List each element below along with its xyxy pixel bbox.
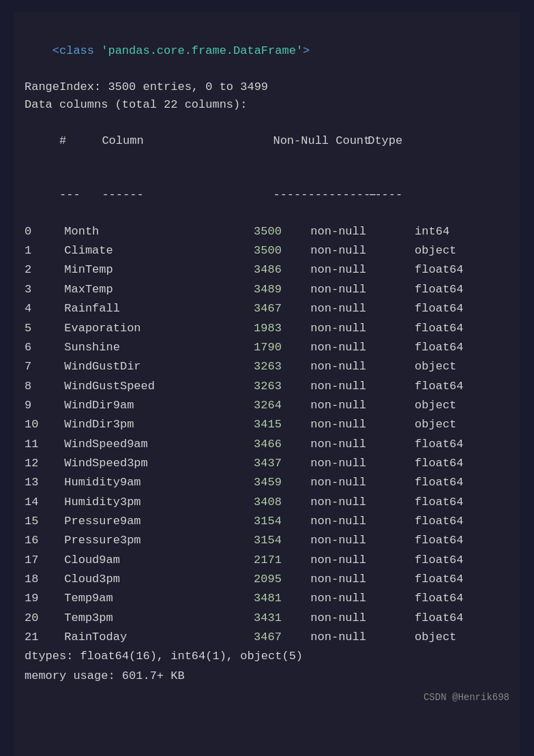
class-close: > [303, 44, 310, 57]
col-count: 3500 [254, 241, 310, 260]
class-line: <class 'pandas.core.frame.DataFrame'> [25, 25, 509, 78]
table-row: 8 WindGustSpeed 3263 non-null float64 [25, 377, 509, 396]
dtypes-line: dtypes: float64(16), int64(1), object(5) [25, 647, 509, 667]
col-dtype: float64 [415, 299, 509, 318]
col-count: 3467 [254, 628, 310, 647]
col-nonnull: non-null [310, 396, 415, 415]
table-row: 12 WindSpeed3pm 3437 non-null float64 [25, 454, 509, 473]
separator-row: --- ------ --------------- ----- [25, 168, 509, 222]
table-row: 10 WindDir3pm 3415 non-null object [25, 415, 509, 434]
col-name: WindDir9am [64, 396, 254, 415]
col-count: 3154 [254, 512, 310, 531]
col-name: Rainfall [64, 299, 254, 318]
col-dtype: float64 [415, 377, 509, 396]
col-nonnull: non-null [310, 493, 415, 512]
table-row: 15 Pressure9am 3154 non-null float64 [25, 512, 509, 531]
table-row: 4 Rainfall 3467 non-null float64 [25, 299, 509, 318]
col-dtype: float64 [415, 551, 509, 570]
col-index: 21 [25, 628, 64, 647]
col-index: 0 [25, 222, 64, 241]
col-name: WindDir3pm [64, 415, 254, 434]
table-row: 7 WindGustDir 3263 non-null object [25, 357, 509, 376]
col-dtype: object [415, 357, 509, 376]
col-index: 17 [25, 551, 64, 570]
col-nonnull: non-null [310, 609, 415, 628]
col-count: 3481 [254, 589, 310, 608]
col-count: 3154 [254, 531, 310, 550]
col-name: Sunshine [64, 338, 254, 357]
col-nonnull: non-null [310, 299, 415, 318]
col-dtype: float64 [415, 570, 509, 589]
col-name: Climate [64, 241, 254, 260]
col-name: Pressure9am [64, 512, 254, 531]
class-name: 'pandas.core.frame.DataFrame' [101, 44, 303, 57]
col-index: 7 [25, 357, 64, 376]
table-row: 5 Evaporation 1983 non-null float64 [25, 319, 509, 338]
col-count: 3466 [254, 435, 310, 454]
col-column-header: Column [81, 132, 218, 150]
col-name: Humidity9am [64, 473, 254, 492]
col-count: 3431 [254, 609, 310, 628]
col-dtype: float64 [415, 454, 509, 473]
col-index: 3 [25, 280, 64, 299]
col-count: 3263 [254, 357, 310, 376]
col-name: Evaporation [64, 319, 254, 338]
col-count: 3486 [254, 260, 310, 279]
col-name: Month [64, 222, 254, 241]
col-count: 2171 [254, 551, 310, 570]
col-count: 3489 [254, 280, 310, 299]
col-dtype: float64 [415, 280, 509, 299]
col-nonnull: non-null [310, 589, 415, 608]
col-dtype-header: Dtype [354, 134, 402, 147]
col-dtype: float64 [415, 493, 509, 512]
col-index: 18 [25, 570, 64, 589]
col-count: 2095 [254, 570, 310, 589]
col-dtype: object [415, 241, 509, 260]
table-row: 14 Humidity3pm 3408 non-null float64 [25, 493, 509, 512]
col-index: 10 [25, 415, 64, 434]
col-nonnull: non-null [310, 454, 415, 473]
class-keyword: <class [53, 44, 101, 57]
col-dtype: object [415, 628, 509, 647]
col-dtype: float64 [415, 609, 509, 628]
col-nonnull: non-null [310, 512, 415, 531]
col-index: 9 [25, 396, 64, 415]
data-columns-line: Data columns (total 22 columns): [25, 96, 509, 114]
table-row: 6 Sunshine 1790 non-null float64 [25, 338, 509, 357]
col-name: Humidity3pm [64, 493, 254, 512]
col-index: 4 [25, 299, 64, 318]
col-dtype: int64 [415, 222, 509, 241]
col-nonnull: non-null [310, 570, 415, 589]
col-dtype: object [415, 396, 509, 415]
col-index: 5 [25, 319, 64, 338]
table-row: 11 WindSpeed9am 3466 non-null float64 [25, 435, 509, 454]
col-name: RainToday [64, 628, 254, 647]
col-count: 1983 [254, 319, 310, 338]
col-count: 1790 [254, 338, 310, 357]
col-index: 6 [25, 338, 64, 357]
col-dtype: float64 [415, 319, 509, 338]
col-dtype: object [415, 415, 509, 434]
col-count: 3408 [254, 493, 310, 512]
col-name: WindSpeed3pm [64, 454, 254, 473]
col-nonnull: non-null [310, 241, 415, 260]
col-index: 1 [25, 241, 64, 260]
col-nonnull: non-null [310, 338, 415, 357]
col-hash-header: # [53, 132, 81, 150]
range-index-line: RangeIndex: 3500 entries, 0 to 3499 [25, 78, 509, 96]
col-index: 8 [25, 377, 64, 396]
col-name: MaxTemp [64, 280, 254, 299]
col-nonnull: non-null [310, 531, 415, 550]
table-row: 21 RainToday 3467 non-null object [25, 628, 509, 647]
table-row: 3 MaxTemp 3489 non-null float64 [25, 280, 509, 299]
col-count: 3467 [254, 299, 310, 318]
column-header-row: # Column Non-Null Count Dtype [25, 115, 509, 168]
col-nonnull: non-null [310, 222, 415, 241]
col-name: WindSpeed9am [64, 435, 254, 454]
col-index: 14 [25, 493, 64, 512]
col-dtype: float64 [415, 338, 509, 357]
col-dtype: float64 [415, 473, 509, 492]
table-row: 2 MinTemp 3486 non-null float64 [25, 260, 509, 279]
col-dtype: float64 [415, 531, 509, 550]
memory-line: memory usage: 601.7+ KB [25, 667, 509, 686]
